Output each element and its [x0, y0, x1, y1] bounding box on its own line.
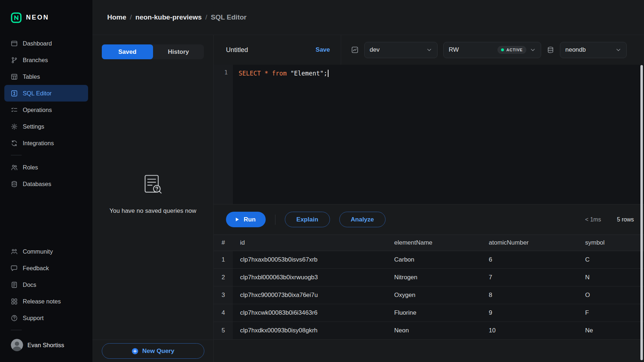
support-icon: [11, 315, 18, 322]
table-cell: 1: [214, 251, 233, 269]
sidebar-item-docs[interactable]: Docs: [4, 276, 88, 293]
compute-select[interactable]: RW ACTIVE: [443, 42, 541, 58]
sidebar-nav-footer: CommunityFeedbackDocsRelease notesSuppor…: [0, 243, 92, 326]
database-icon: [547, 46, 554, 53]
sidebar-item-settings[interactable]: Settings: [4, 118, 88, 135]
app-root: NEON DashboardBranchesTablesSQL EditorOp…: [0, 0, 644, 362]
empty-state-text: You have no saved queries now: [109, 207, 196, 215]
sidebar-item-feedback[interactable]: Feedback: [4, 260, 88, 276]
queries-panel-footer: New Query: [92, 340, 213, 362]
sidebar-item-label: Dashboard: [23, 40, 52, 47]
table-cell: 3: [214, 286, 233, 304]
sidebar-item-label: Operations: [23, 107, 52, 113]
settings-icon: [11, 123, 18, 130]
tab-history[interactable]: History: [153, 44, 204, 59]
branch-select[interactable]: dev: [364, 42, 438, 58]
sql-editor[interactable]: 1 SELECT * from "Element";: [214, 65, 644, 204]
sidebar-item-databases[interactable]: Databases: [4, 176, 88, 192]
breadcrumb-separator: /: [130, 13, 132, 21]
databases-icon: [11, 181, 18, 188]
table-row[interactable]: 2clp7hxbl000063b0ixrwuogb3Nitrogen7N: [214, 269, 644, 286]
sidebar-item-label: Feedback: [23, 265, 49, 272]
table-cell: clp7hxcwk00083b0i6i3463r6: [233, 304, 387, 322]
code-line: SELECT * from "Element";: [239, 69, 328, 78]
sidebar-item-label: Release notes: [23, 298, 61, 305]
sidebar-item-branches[interactable]: Branches: [4, 52, 88, 68]
main-column: Home/neon-kube-previews/SQL Editor Saved…: [92, 0, 644, 362]
sidebar-item-integrations[interactable]: Integrations: [4, 135, 88, 151]
play-icon: [234, 217, 240, 222]
sidebar-item-dashboard[interactable]: Dashboard: [4, 35, 88, 52]
sidebar-divider: [11, 155, 22, 155]
tab-saved[interactable]: Saved: [102, 44, 153, 59]
branch-select-value: dev: [370, 46, 379, 53]
chevron-down-icon: [615, 47, 621, 53]
user-name: Evan Shortiss: [27, 342, 64, 349]
query-toolbar: Run Explain Analyze < 1ms 5 rows: [214, 204, 644, 234]
roles-icon: [11, 164, 18, 171]
editor-header: Untitled Save dev: [214, 35, 644, 65]
code-area[interactable]: SELECT * from "Element";: [233, 65, 328, 204]
table-cell: clp7hxbl000063b0ixrwuogb3: [233, 269, 387, 286]
sidebar-spacer: [0, 192, 92, 243]
table-row[interactable]: 4clp7hxcwk00083b0i6i3463r6Fluorine9F: [214, 304, 644, 322]
column-header-atomicnumber: atomicNumber: [482, 235, 578, 251]
sidebar-item-operations[interactable]: Operations: [4, 102, 88, 118]
new-query-button[interactable]: New Query: [102, 343, 204, 359]
column-header--: #: [214, 235, 233, 251]
compute-select-value: RW: [449, 46, 459, 53]
chevron-down-icon: [530, 47, 536, 53]
table-cell: Neon: [387, 322, 482, 340]
sidebar-item-label: Roles: [23, 164, 38, 171]
breadcrumb-item-neon-kube-previews[interactable]: neon-kube-previews: [135, 13, 202, 21]
table-cell: Fluorine: [387, 304, 482, 322]
table-cell: 7: [482, 269, 578, 286]
sidebar-item-tables[interactable]: Tables: [4, 68, 88, 85]
table-cell: Carbon: [387, 251, 482, 269]
analyze-button[interactable]: Analyze: [339, 212, 386, 227]
scrollbar-thumb[interactable]: [640, 65, 643, 360]
breadcrumb-separator: /: [205, 13, 207, 21]
sidebar-item-release-notes[interactable]: Release notes: [4, 293, 88, 310]
sql-token: [268, 70, 272, 77]
column-header-id: id: [233, 235, 387, 251]
table-row[interactable]: 5clp7hxdkx00093b0isy08gkrhNeon10Ne: [214, 322, 644, 340]
table-cell: Nitrogen: [387, 269, 482, 286]
scrollbar[interactable]: [640, 65, 643, 360]
table-cell: O: [578, 286, 644, 304]
sql-token: "Element": [290, 70, 323, 77]
breadcrumb-item-sql-editor: SQL Editor: [211, 13, 247, 21]
sidebar-nav-main: DashboardBranchesTablesSQL EditorOperati…: [0, 35, 92, 151]
sql-token: [287, 70, 290, 77]
neon-logo-icon: [11, 12, 22, 23]
database-select[interactable]: neondb: [560, 42, 627, 58]
table-cell: C: [578, 251, 644, 269]
plus-circle-icon: [131, 348, 139, 355]
sql-editor-icon: [11, 90, 18, 97]
sidebar-item-sql-editor[interactable]: SQL Editor: [4, 85, 88, 102]
query-duration: < 1ms: [585, 216, 601, 223]
explain-button[interactable]: Explain: [285, 212, 330, 227]
docs-icon: [11, 281, 18, 288]
save-button[interactable]: Save: [316, 46, 330, 53]
sidebar-item-support[interactable]: Support: [4, 310, 88, 326]
column-header-symbol: symbol: [578, 235, 644, 251]
sidebar-divider: [11, 330, 22, 330]
brand-logo[interactable]: NEON: [0, 0, 92, 35]
text-cursor: [328, 70, 328, 77]
sidebar-item-roles[interactable]: Roles: [4, 159, 88, 176]
table-cell: Oxygen: [387, 286, 482, 304]
breadcrumb-item-home[interactable]: Home: [107, 13, 126, 21]
connection-selectors: dev RW ACTIVE: [341, 35, 644, 65]
results-area: #idelementNameatomicNumbersymbol1clp7hxa…: [214, 234, 644, 362]
status-badge-label: ACTIVE: [506, 48, 523, 52]
table-row[interactable]: 3clp7hxc9000073b0ixa76ei7uOxygen8O: [214, 286, 644, 304]
sidebar-item-community[interactable]: Community: [4, 243, 88, 260]
table-cell: 6: [482, 251, 578, 269]
run-button-label: Run: [244, 216, 256, 223]
table-row[interactable]: 1clp7hxaxb00053b0isvs67xrbCarbon6C: [214, 251, 644, 269]
run-button[interactable]: Run: [226, 212, 266, 227]
user-profile[interactable]: Evan Shortiss: [0, 334, 92, 362]
branch-diagram-icon: [351, 46, 358, 53]
sql-token: from: [272, 70, 287, 77]
